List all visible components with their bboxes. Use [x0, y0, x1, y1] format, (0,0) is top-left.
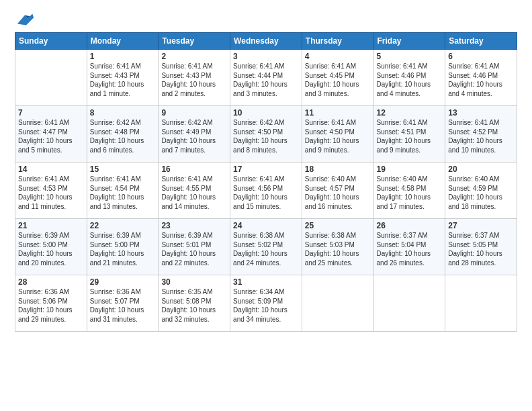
page: Sunday Monday Tuesday Wednesday Thursday…: [0, 0, 532, 411]
day-number: 28: [18, 277, 84, 287]
table-row: 19 Sunrise: 6:40 AM Sunset: 4:58 PM Dayl…: [373, 163, 445, 219]
logo: [15, 12, 35, 27]
day-number: 21: [18, 221, 84, 230]
day-info: Sunrise: 6:41 AM Sunset: 4:52 PM Dayligh…: [448, 118, 514, 154]
table-row: 10 Sunrise: 6:42 AM Sunset: 4:50 PM Dayl…: [230, 106, 302, 163]
calendar-week-row: 14 Sunrise: 6:41 AM Sunset: 4:53 PM Dayl…: [15, 163, 517, 219]
table-row: 8 Sunrise: 6:42 AM Sunset: 4:48 PM Dayli…: [87, 106, 159, 163]
day-info: Sunrise: 6:41 AM Sunset: 4:47 PM Dayligh…: [18, 118, 84, 154]
day-number: 7: [18, 108, 84, 118]
day-info: Sunrise: 6:38 AM Sunset: 5:03 PM Dayligh…: [305, 231, 371, 267]
col-wednesday: Wednesday: [230, 33, 302, 50]
table-row: 31 Sunrise: 6:34 AM Sunset: 5:09 PM Dayl…: [230, 275, 302, 332]
table-row: [302, 275, 373, 332]
table-row: 4 Sunrise: 6:41 AM Sunset: 4:45 PM Dayli…: [302, 50, 373, 106]
calendar-week-row: 21 Sunrise: 6:39 AM Sunset: 5:00 PM Dayl…: [15, 219, 517, 275]
day-number: 30: [161, 277, 227, 287]
table-row: 25 Sunrise: 6:38 AM Sunset: 5:03 PM Dayl…: [302, 219, 373, 275]
day-number: 3: [233, 52, 299, 61]
day-info: Sunrise: 6:41 AM Sunset: 4:46 PM Dayligh…: [448, 62, 514, 98]
day-number: 25: [305, 221, 371, 230]
day-number: 10: [233, 108, 299, 118]
table-row: 5 Sunrise: 6:41 AM Sunset: 4:46 PM Dayli…: [373, 50, 445, 106]
logo-bird-icon: [16, 12, 35, 27]
calendar-header-row: Sunday Monday Tuesday Wednesday Thursday…: [15, 33, 517, 50]
day-number: 31: [233, 277, 299, 287]
table-row: 1 Sunrise: 6:41 AM Sunset: 4:43 PM Dayli…: [87, 50, 159, 106]
table-row: 9 Sunrise: 6:42 AM Sunset: 4:49 PM Dayli…: [159, 106, 230, 163]
calendar-week-row: 1 Sunrise: 6:41 AM Sunset: 4:43 PM Dayli…: [15, 50, 517, 106]
table-row: [373, 275, 445, 332]
day-info: Sunrise: 6:41 AM Sunset: 4:50 PM Dayligh…: [305, 118, 371, 154]
day-info: Sunrise: 6:36 AM Sunset: 5:07 PM Dayligh…: [90, 287, 156, 324]
table-row: 22 Sunrise: 6:39 AM Sunset: 5:00 PM Dayl…: [87, 219, 159, 275]
day-info: Sunrise: 6:41 AM Sunset: 4:46 PM Dayligh…: [377, 62, 443, 98]
day-number: 19: [377, 165, 443, 174]
day-number: 23: [161, 221, 227, 230]
table-row: [15, 50, 87, 106]
day-number: 16: [161, 165, 227, 174]
col-friday: Friday: [373, 33, 445, 50]
table-row: 28 Sunrise: 6:36 AM Sunset: 5:06 PM Dayl…: [15, 275, 87, 332]
day-number: 4: [305, 52, 371, 61]
table-row: 16 Sunrise: 6:41 AM Sunset: 4:55 PM Dayl…: [159, 163, 230, 219]
day-number: 12: [377, 108, 443, 118]
table-row: 3 Sunrise: 6:41 AM Sunset: 4:44 PM Dayli…: [230, 50, 302, 106]
day-info: Sunrise: 6:39 AM Sunset: 5:00 PM Dayligh…: [90, 231, 156, 267]
table-row: 24 Sunrise: 6:38 AM Sunset: 5:02 PM Dayl…: [230, 219, 302, 275]
col-tuesday: Tuesday: [159, 33, 230, 50]
day-info: Sunrise: 6:34 AM Sunset: 5:09 PM Dayligh…: [233, 287, 299, 324]
day-info: Sunrise: 6:41 AM Sunset: 4:44 PM Dayligh…: [233, 62, 299, 98]
col-sunday: Sunday: [15, 33, 87, 50]
day-info: Sunrise: 6:35 AM Sunset: 5:08 PM Dayligh…: [161, 287, 227, 324]
col-monday: Monday: [87, 33, 159, 50]
table-row: 23 Sunrise: 6:39 AM Sunset: 5:01 PM Dayl…: [159, 219, 230, 275]
table-row: 6 Sunrise: 6:41 AM Sunset: 4:46 PM Dayli…: [445, 50, 517, 106]
table-row: [445, 275, 517, 332]
table-row: 26 Sunrise: 6:37 AM Sunset: 5:04 PM Dayl…: [373, 219, 445, 275]
day-number: 17: [233, 165, 299, 174]
day-info: Sunrise: 6:37 AM Sunset: 5:05 PM Dayligh…: [448, 231, 514, 267]
table-row: 13 Sunrise: 6:41 AM Sunset: 4:52 PM Dayl…: [445, 106, 517, 163]
table-row: 12 Sunrise: 6:41 AM Sunset: 4:51 PM Dayl…: [373, 106, 445, 163]
day-number: 26: [377, 221, 443, 230]
day-info: Sunrise: 6:41 AM Sunset: 4:54 PM Dayligh…: [90, 175, 156, 211]
col-thursday: Thursday: [302, 33, 373, 50]
day-number: 9: [161, 108, 227, 118]
table-row: 27 Sunrise: 6:37 AM Sunset: 5:05 PM Dayl…: [445, 219, 517, 275]
day-info: Sunrise: 6:41 AM Sunset: 4:56 PM Dayligh…: [233, 175, 299, 211]
logo-text: [15, 12, 35, 27]
calendar-table: Sunday Monday Tuesday Wednesday Thursday…: [15, 32, 517, 332]
day-info: Sunrise: 6:38 AM Sunset: 5:02 PM Dayligh…: [233, 231, 299, 267]
day-info: Sunrise: 6:41 AM Sunset: 4:51 PM Dayligh…: [377, 118, 443, 154]
day-number: 14: [18, 165, 84, 174]
day-number: 11: [305, 108, 371, 118]
calendar-week-row: 28 Sunrise: 6:36 AM Sunset: 5:06 PM Dayl…: [15, 275, 517, 332]
day-info: Sunrise: 6:39 AM Sunset: 5:00 PM Dayligh…: [18, 231, 84, 267]
table-row: 7 Sunrise: 6:41 AM Sunset: 4:47 PM Dayli…: [15, 106, 87, 163]
table-row: 18 Sunrise: 6:40 AM Sunset: 4:57 PM Dayl…: [302, 163, 373, 219]
table-row: 15 Sunrise: 6:41 AM Sunset: 4:54 PM Dayl…: [87, 163, 159, 219]
day-info: Sunrise: 6:40 AM Sunset: 4:59 PM Dayligh…: [448, 175, 514, 211]
day-number: 13: [448, 108, 514, 118]
day-number: 8: [90, 108, 156, 118]
header: [15, 12, 517, 27]
day-number: 20: [448, 165, 514, 174]
day-info: Sunrise: 6:39 AM Sunset: 5:01 PM Dayligh…: [161, 231, 227, 267]
day-info: Sunrise: 6:41 AM Sunset: 4:45 PM Dayligh…: [305, 62, 371, 98]
day-number: 2: [161, 52, 227, 61]
day-number: 6: [448, 52, 514, 61]
day-number: 1: [90, 52, 156, 61]
day-number: 15: [90, 165, 156, 174]
table-row: 20 Sunrise: 6:40 AM Sunset: 4:59 PM Dayl…: [445, 163, 517, 219]
day-info: Sunrise: 6:41 AM Sunset: 4:43 PM Dayligh…: [90, 62, 156, 98]
day-number: 18: [305, 165, 371, 174]
table-row: 11 Sunrise: 6:41 AM Sunset: 4:50 PM Dayl…: [302, 106, 373, 163]
day-info: Sunrise: 6:36 AM Sunset: 5:06 PM Dayligh…: [18, 287, 84, 324]
day-info: Sunrise: 6:41 AM Sunset: 4:43 PM Dayligh…: [161, 62, 227, 98]
day-info: Sunrise: 6:42 AM Sunset: 4:50 PM Dayligh…: [233, 118, 299, 154]
day-number: 24: [233, 221, 299, 230]
day-number: 29: [90, 277, 156, 287]
day-info: Sunrise: 6:41 AM Sunset: 4:55 PM Dayligh…: [161, 175, 227, 211]
day-number: 27: [448, 221, 514, 230]
